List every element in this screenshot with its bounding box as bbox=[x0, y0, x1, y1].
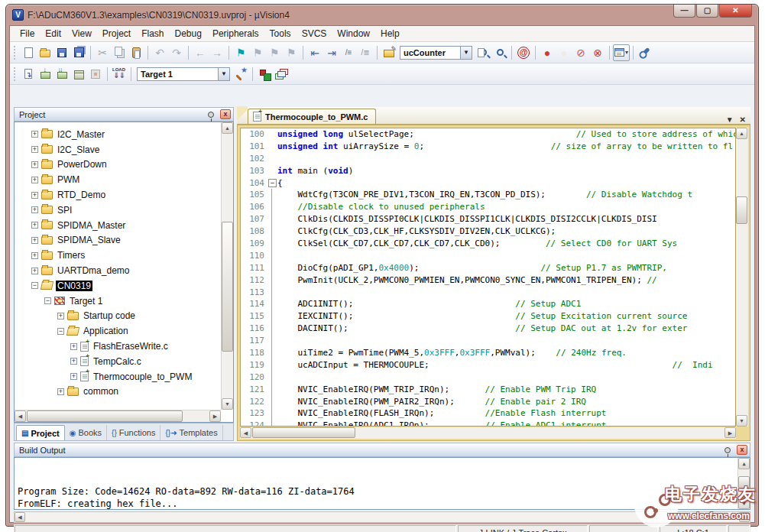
scroll-down-icon[interactable]: ▼ bbox=[736, 415, 747, 427]
menu-tools[interactable]: Tools bbox=[264, 27, 297, 41]
bookmark-clear-button[interactable]: ⚑ bbox=[283, 44, 300, 61]
tab-templates[interactable]: {}➜Templates bbox=[160, 425, 222, 440]
batch-build-button[interactable] bbox=[70, 66, 87, 83]
manage-components-button[interactable] bbox=[256, 66, 273, 83]
tree-item-powerdown[interactable]: +PowerDown bbox=[15, 157, 221, 173]
kill-all-breakpoints-button[interactable]: ⊗ bbox=[589, 44, 606, 61]
tab-functions[interactable]: {}Functions bbox=[107, 425, 160, 440]
symbol-search-button[interactable]: @ bbox=[515, 44, 532, 61]
menu-edit[interactable]: Edit bbox=[40, 27, 66, 41]
scroll-thumb[interactable] bbox=[252, 427, 355, 438]
project-tree[interactable]: +I2C_Master+I2C_Slave+PowerDown+PWM+RTD_… bbox=[14, 122, 234, 423]
expand-icon[interactable]: + bbox=[70, 358, 77, 365]
scroll-thumb[interactable] bbox=[738, 476, 750, 488]
menu-window[interactable]: Window bbox=[332, 27, 375, 41]
uncomment-selection-button[interactable]: /≣ bbox=[357, 44, 374, 61]
open-file-button[interactable] bbox=[37, 44, 53, 61]
tree-item-flasherasewrite-c[interactable]: +FlashEraseWrite.c bbox=[15, 339, 221, 354]
project-tree-vscrollbar[interactable]: ▲ ▼ bbox=[221, 122, 233, 410]
dropdown-caret-icon[interactable]: ▾ bbox=[625, 49, 628, 56]
scroll-up-icon[interactable]: ▲ bbox=[738, 458, 750, 469]
expand-icon[interactable]: + bbox=[70, 343, 77, 350]
tree-item-spi[interactable]: +SPI bbox=[15, 203, 221, 218]
comment-selection-button[interactable]: /≡ bbox=[340, 44, 357, 61]
incremental-find-button[interactable] bbox=[475, 44, 491, 61]
fold-collapse-icon[interactable] bbox=[268, 177, 277, 190]
collapse-icon[interactable]: − bbox=[31, 282, 38, 289]
navigate-back-button[interactable]: ← bbox=[192, 44, 209, 61]
tree-item-startup-code[interactable]: +Startup code bbox=[15, 309, 221, 324]
expand-icon[interactable]: + bbox=[31, 192, 38, 199]
indent-left-button[interactable]: ⇤ bbox=[306, 44, 323, 61]
expand-icon[interactable]: + bbox=[57, 313, 64, 320]
collapse-icon[interactable]: − bbox=[44, 297, 51, 304]
tree-item-i2c-slave[interactable]: +I2C_Slave bbox=[15, 142, 221, 157]
enable-disable-breakpoint-button[interactable]: ● bbox=[556, 44, 572, 61]
pin-icon[interactable] bbox=[724, 447, 731, 453]
expand-icon[interactable]: + bbox=[31, 237, 38, 244]
expand-icon[interactable]: + bbox=[31, 206, 38, 213]
paste-button[interactable] bbox=[128, 44, 144, 61]
tree-item-i2c-master[interactable]: +I2C_Master bbox=[15, 127, 221, 142]
pin-icon[interactable] bbox=[208, 112, 214, 118]
editor-hscrollbar[interactable]: ◀ ▶ bbox=[240, 427, 736, 439]
tree-item-target-1[interactable]: −Target 1 bbox=[15, 294, 221, 309]
tree-item-tempcalc-c[interactable]: +TempCalc.c bbox=[15, 354, 221, 369]
scroll-down-icon[interactable]: ▼ bbox=[222, 398, 233, 410]
menu-svcs[interactable]: SVCS bbox=[297, 27, 332, 41]
title-bar[interactable]: V F:\ADuCM360V1.3\examples\CN0319\CN0319… bbox=[6, 5, 758, 25]
expand-icon[interactable]: + bbox=[31, 131, 38, 138]
scroll-down-icon[interactable]: ▼ bbox=[738, 498, 750, 509]
document-tab[interactable]: Thermocouple_to_PWM.c bbox=[248, 109, 376, 124]
toggle-breakpoint-button[interactable]: ● bbox=[539, 44, 556, 61]
editor-vscrollbar[interactable]: ▲ ▼ bbox=[736, 128, 748, 427]
expand-icon[interactable]: + bbox=[31, 161, 38, 168]
find-next-button[interactable] bbox=[491, 44, 508, 61]
redo-button[interactable]: ↷ bbox=[168, 44, 185, 61]
scroll-thumb[interactable] bbox=[27, 410, 183, 422]
close-button[interactable]: ✕ bbox=[719, 5, 752, 18]
tree-item-pwm[interactable]: +PWM bbox=[15, 172, 221, 187]
save-all-button[interactable] bbox=[70, 44, 87, 61]
scroll-left-icon[interactable]: ◀ bbox=[240, 427, 251, 438]
build-button[interactable] bbox=[37, 66, 53, 83]
rebuild-button[interactable] bbox=[53, 66, 70, 83]
search-term-combobox[interactable]: ucCounter▼ bbox=[400, 46, 472, 60]
tree-item-spidma-slave[interactable]: +SPIDMA_Slave bbox=[15, 233, 221, 248]
scroll-thumb[interactable] bbox=[736, 196, 747, 224]
configure-button[interactable] bbox=[637, 44, 653, 61]
target-select-combobox[interactable]: Target 1▼ bbox=[137, 67, 230, 81]
expand-icon[interactable]: + bbox=[31, 268, 38, 274]
save-button[interactable] bbox=[53, 44, 70, 61]
menu-project[interactable]: Project bbox=[97, 27, 136, 41]
toolbar-grip[interactable] bbox=[14, 46, 18, 60]
stop-build-button[interactable] bbox=[87, 66, 104, 83]
tab-list-dropdown-icon[interactable]: ▼ bbox=[726, 115, 734, 124]
scroll-right-icon[interactable]: ▶ bbox=[739, 512, 750, 522]
cut-button[interactable]: ✂ bbox=[94, 44, 111, 61]
code-editor[interactable]: 100unsigned long ulSelectPage; // Used t… bbox=[240, 128, 736, 427]
scroll-right-icon[interactable]: ▶ bbox=[209, 410, 221, 422]
disable-all-breakpoints-button[interactable]: ⊘ bbox=[572, 44, 589, 61]
tree-item-thermocouple-to-pwm[interactable]: +Thermocouple_to_PWM bbox=[15, 369, 221, 384]
project-tree-hscrollbar[interactable]: ◀ ▶ bbox=[15, 410, 221, 422]
scroll-up-icon[interactable]: ▲ bbox=[222, 122, 233, 134]
expand-icon[interactable]: + bbox=[31, 222, 38, 229]
navigate-forward-button[interactable]: → bbox=[209, 44, 225, 61]
combobox-dropdown-icon[interactable]: ▼ bbox=[218, 68, 229, 80]
build-output-log[interactable]: Program Size: Code=14624 RO-data=892 RW-… bbox=[14, 457, 750, 510]
menu-peripherals[interactable]: Peripherals bbox=[207, 27, 264, 41]
expand-icon[interactable]: + bbox=[70, 373, 77, 380]
tree-item-cn0319[interactable]: −CN0319 bbox=[15, 278, 221, 294]
project-panel-close-icon[interactable]: x bbox=[220, 109, 231, 119]
new-file-button[interactable] bbox=[20, 44, 37, 61]
tab-project[interactable]: ▤Project bbox=[16, 425, 65, 440]
toolbar-grip[interactable] bbox=[14, 67, 18, 81]
menu-help[interactable]: Help bbox=[375, 27, 405, 41]
menu-file[interactable]: File bbox=[15, 27, 40, 41]
tree-item-application[interactable]: −Application bbox=[15, 323, 221, 339]
window-layout-button[interactable]: ▾ bbox=[613, 44, 630, 61]
expand-icon[interactable]: + bbox=[31, 252, 38, 259]
menu-debug[interactable]: Debug bbox=[170, 27, 207, 41]
tab-books[interactable]: ◉Books bbox=[65, 425, 107, 440]
